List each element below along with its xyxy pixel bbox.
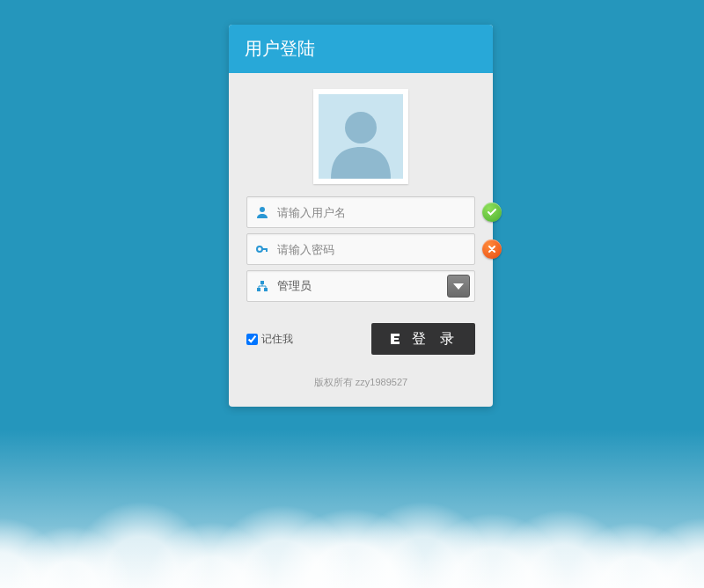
svg-rect-7	[264, 288, 268, 291]
avatar-container	[229, 73, 493, 196]
avatar-placeholder-icon	[319, 94, 403, 179]
avatar-frame	[313, 89, 408, 184]
chevron-down-icon	[453, 283, 464, 290]
copyright: 版权所有 zzy1989527	[229, 360, 493, 407]
login-form: 管理员	[229, 196, 493, 314]
dropdown-button[interactable]	[447, 275, 470, 298]
role-row: 管理员	[246, 270, 475, 302]
logo-icon	[387, 331, 403, 347]
role-label: 管理员	[277, 271, 447, 301]
svg-rect-6	[257, 288, 260, 291]
svg-point-0	[345, 112, 377, 143]
svg-rect-4	[266, 248, 268, 252]
org-icon	[247, 280, 277, 292]
login-button-label: 登 录	[412, 330, 459, 349]
login-button[interactable]: 登 录	[371, 323, 475, 355]
remember-label: 记住我	[261, 332, 293, 347]
password-input[interactable]	[277, 234, 474, 264]
remember-me[interactable]: 记住我	[246, 332, 293, 347]
remember-checkbox[interactable]	[246, 334, 258, 345]
panel-title: 用户登陆	[229, 25, 493, 73]
error-icon	[482, 239, 502, 259]
check-icon	[482, 202, 502, 222]
password-row	[246, 233, 475, 265]
svg-point-1	[260, 207, 265, 212]
background-clouds	[0, 430, 704, 588]
svg-rect-5	[260, 281, 264, 284]
user-icon	[247, 205, 277, 219]
username-input[interactable]	[277, 197, 474, 227]
login-panel: 用户登陆	[229, 25, 493, 407]
key-icon	[247, 242, 277, 256]
role-select[interactable]: 管理员	[246, 270, 475, 302]
form-actions: 记住我 登 录	[229, 314, 493, 360]
username-row	[246, 196, 475, 228]
password-field-wrapper	[246, 233, 475, 265]
username-field-wrapper	[246, 196, 475, 228]
